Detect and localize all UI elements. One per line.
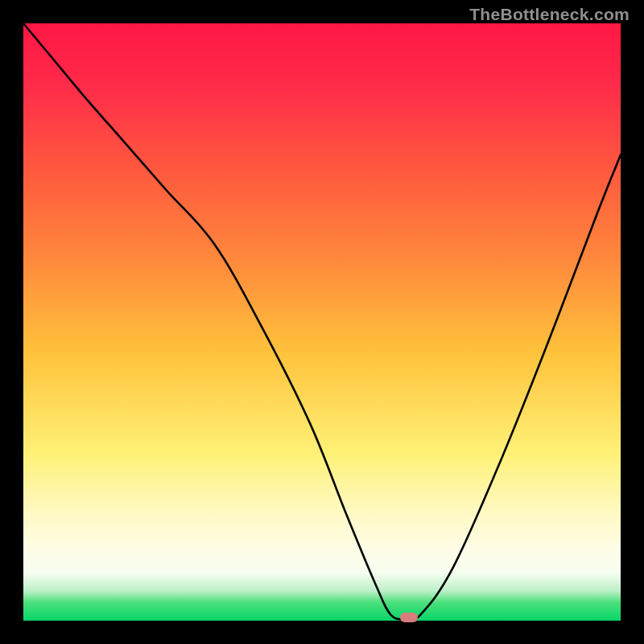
curve-path	[23, 23, 621, 621]
bottleneck-curve	[23, 23, 621, 621]
chart-frame: TheBottleneck.com	[0, 0, 644, 644]
watermark-text: TheBottleneck.com	[469, 5, 630, 24]
minimum-marker	[400, 613, 418, 622]
